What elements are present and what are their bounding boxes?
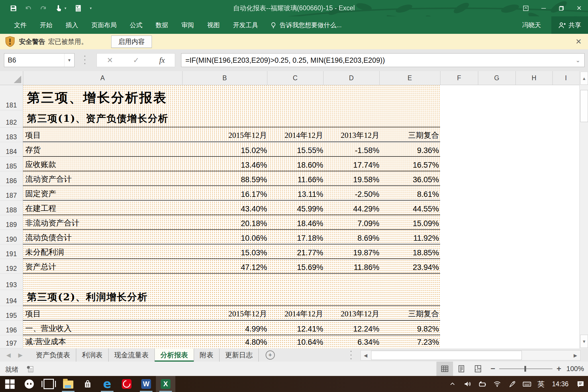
row-cells-188[interactable]: 在建工程43.40%45.99%44.29%44.55% (23, 201, 579, 215)
row-cells-195[interactable]: 项目2015年12月2014年12月2013年12月三期复合 (23, 306, 579, 321)
zoom-in-icon[interactable]: + (556, 364, 561, 373)
ribbon-tab-2[interactable]: 插入 (59, 16, 85, 34)
row-header-182[interactable]: 182 (0, 110, 23, 128)
row-header-187[interactable]: 187 (0, 186, 23, 201)
row-header-192[interactable]: 192 (0, 259, 23, 274)
ribbon-tab-3[interactable]: 页面布局 (85, 16, 123, 34)
ribbon-tab-1[interactable]: 开始 (33, 16, 59, 34)
enter-icon[interactable]: ✓ (133, 56, 139, 65)
ribbon-tab-file[interactable]: 文件 (7, 16, 33, 34)
zoom-slider-thumb[interactable] (524, 366, 526, 372)
ribbon-tab-5[interactable]: 数据 (149, 16, 175, 34)
row-cells-181[interactable]: 第三项、增长分析报表 (23, 85, 579, 110)
sheet-tab-更新日志[interactable]: 更新日志 (219, 348, 259, 362)
row-cells-190[interactable]: 流动负债合计10.06%17.18%8.69%11.92% (23, 230, 579, 244)
page-break-view-icon[interactable] (470, 362, 486, 376)
macro-record-icon[interactable] (26, 365, 34, 374)
column-header-H[interactable]: H (516, 71, 553, 85)
ribbon-tab-7[interactable]: 视图 (201, 16, 226, 34)
zoom-out-icon[interactable]: − (491, 364, 495, 373)
name-box-dropdown-icon[interactable]: ▼ (64, 54, 74, 67)
close-button[interactable]: ✕ (570, 0, 588, 16)
row-header-195[interactable]: 195 (0, 306, 23, 321)
row-header-197[interactable]: 197 (0, 335, 23, 348)
row-header-189[interactable]: 189 (0, 215, 23, 230)
column-header-G[interactable]: G (478, 71, 516, 85)
input-method-indicator[interactable]: 英 (534, 379, 547, 389)
workbook-macro-icon[interactable] (74, 4, 83, 13)
vertical-scrollbar[interactable]: ▲ ▼ (579, 71, 588, 348)
scroll-up-icon[interactable]: ▲ (580, 72, 588, 85)
sheet-tab-现金流量表[interactable]: 现金流量表 (109, 348, 155, 362)
redo-icon[interactable] (40, 5, 47, 12)
cancel-icon[interactable]: ✕ (107, 56, 113, 65)
scroll-right-icon[interactable]: ▶ (571, 350, 580, 360)
row-header-193[interactable]: 193 (0, 274, 23, 290)
pen-icon[interactable] (505, 376, 520, 392)
sheet-tab-资产负债表[interactable]: 资产负债表 (30, 348, 76, 362)
row-cells-191[interactable]: 未分配利润15.03%21.77%19.87%18.85% (23, 244, 579, 259)
normal-view-icon[interactable] (436, 362, 453, 376)
edge-button[interactable]: e (97, 376, 117, 392)
row-cells-184[interactable]: 存货15.02%15.55%-1.58%9.36% (23, 142, 579, 157)
row-header-196[interactable]: 196 (0, 321, 23, 335)
name-box[interactable]: B6 ▼ (4, 53, 75, 67)
page-layout-view-icon[interactable] (453, 362, 470, 376)
clock[interactable]: 14:36 (547, 380, 573, 388)
scroll-down-icon[interactable]: ▼ (580, 335, 588, 348)
battery-icon[interactable] (475, 376, 490, 392)
action-center-icon[interactable] (573, 376, 588, 392)
tell-me-box[interactable]: 告诉我您想要做什么... (265, 21, 342, 30)
tabbar-separator[interactable] (350, 351, 352, 359)
sheet-tab-利润表[interactable]: 利润表 (76, 348, 109, 362)
row-header-184[interactable]: 184 (0, 142, 23, 157)
row-cells-186[interactable]: 流动资产合计88.59%11.66%19.58%36.05% (23, 171, 579, 186)
select-all-corner[interactable] (0, 71, 23, 85)
tray-chevron-icon[interactable] (445, 376, 460, 392)
touch-mode-icon[interactable]: ▾ (54, 4, 66, 13)
enable-content-button[interactable]: 启用内容 (111, 36, 152, 48)
cortana-button[interactable] (19, 376, 39, 392)
horizontal-scrollbar[interactable]: ◀ ▶ (360, 350, 581, 360)
row-cells-196[interactable]: 一、营业收入4.99%12.41%12.24%9.82% (23, 321, 579, 335)
row-header-186[interactable]: 186 (0, 171, 23, 186)
netease-music-button[interactable] (117, 376, 136, 392)
task-view-button[interactable] (39, 376, 58, 392)
sheet-tab-附表[interactable]: 附表 (194, 348, 219, 362)
row-header-194[interactable]: 194 (0, 290, 23, 306)
row-cells-183[interactable]: 项目2015年12月2014年12月2013年12月三期复合 (23, 128, 579, 142)
share-button[interactable]: 共享 (551, 16, 588, 34)
column-header-B[interactable]: B (182, 71, 267, 85)
volume-icon[interactable] (460, 376, 475, 392)
column-header-C[interactable]: C (267, 71, 324, 85)
start-button[interactable] (0, 376, 19, 392)
save-icon[interactable] (10, 5, 17, 12)
formula-input[interactable]: =IF(MIN(E196,E203,E209)>0.25, 0.25, MIN(… (181, 53, 585, 67)
horizontal-scroll-thumb[interactable] (371, 351, 522, 360)
column-header-D[interactable]: D (323, 71, 380, 85)
formula-bar-expand-icon[interactable]: ⌄ (572, 57, 584, 64)
sheet-tab-分析报表[interactable]: 分析报表 (155, 348, 194, 362)
row-header-185[interactable]: 185 (0, 157, 23, 171)
sheet-next-icon[interactable]: ▶ (18, 352, 22, 358)
row-header-188[interactable]: 188 (0, 201, 23, 215)
zoom-slider[interactable] (499, 369, 552, 369)
word-button[interactable]: W (136, 376, 156, 392)
restore-button[interactable] (552, 0, 570, 16)
qat-customize-icon[interactable]: ▾ (90, 6, 92, 10)
user-name[interactable]: 冯晓天 (522, 21, 541, 30)
undo-icon[interactable] (25, 5, 32, 12)
row-cells-189[interactable]: 非流动资产合计20.18%18.46%7.09%15.09% (23, 215, 579, 230)
sheet-grid[interactable]: 181第三项、增长分析报表182第三项(1)、资产负债增长分析183项目2015… (0, 85, 579, 348)
touch-keyboard-icon[interactable] (520, 376, 534, 392)
column-header-F[interactable]: F (440, 71, 478, 85)
row-cells-194[interactable]: 第三项(2)、利润增长分析 (23, 290, 579, 306)
row-header-190[interactable]: 190 (0, 230, 23, 244)
column-header-A[interactable]: A (23, 71, 183, 85)
row-cells-192[interactable]: 资产总计47.12%15.69%11.86%23.94% (23, 259, 579, 274)
store-button[interactable] (78, 376, 97, 392)
column-header-I[interactable]: I (552, 71, 580, 85)
new-sheet-button[interactable]: + (259, 348, 282, 362)
row-cells-193[interactable] (23, 274, 579, 290)
column-header-E[interactable]: E (379, 71, 440, 85)
